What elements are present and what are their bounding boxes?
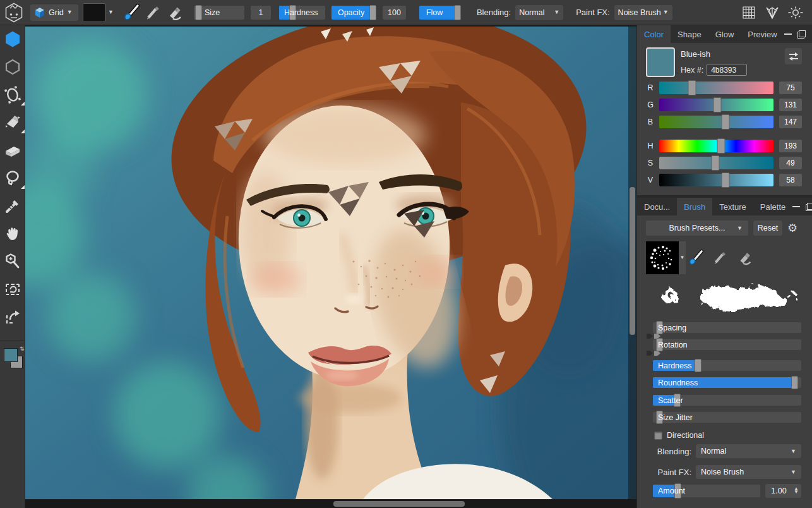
export-share-tool-button[interactable] (0, 303, 25, 331)
size-slider[interactable]: Size (194, 6, 244, 20)
app-logo-icon[interactable] (3, 2, 25, 23)
blue-slider[interactable] (659, 116, 773, 128)
spacing-slider[interactable]: Spacing (653, 322, 801, 333)
tab-palette[interactable]: Palette (753, 198, 792, 215)
eraser-prism-tool-button[interactable] (0, 136, 25, 164)
canvas-horizontal-scrollbar[interactable] (25, 500, 636, 508)
amount-spinner[interactable]: 1.00 ▲▼ (765, 484, 801, 498)
size-jitter-slider[interactable]: Size Jitter (653, 412, 801, 423)
rotation-slider[interactable]: Rotation (653, 339, 801, 350)
pencil-tool-button[interactable] (143, 3, 162, 22)
toolbar-color-swatch[interactable]: ▼ (83, 3, 114, 22)
opacity-slider-handle[interactable] (369, 5, 376, 20)
reset-button[interactable]: Reset (753, 221, 782, 236)
scatter-slider[interactable]: Scatter (653, 395, 801, 406)
green-value[interactable]: 131 (779, 99, 802, 111)
collapse-panel-icon[interactable] (792, 206, 800, 207)
hexagon-shape-tool-button[interactable] (0, 25, 25, 53)
brightness-button[interactable] (787, 4, 804, 21)
paint-fx-dropdown[interactable]: Noise Brush ▼ (614, 5, 672, 20)
saturation-value[interactable]: 49 (779, 157, 802, 169)
airbrush-tool-button[interactable] (165, 3, 184, 22)
red-slider-handle[interactable] (688, 80, 696, 95)
hue-slider-handle[interactable] (717, 138, 725, 154)
blending-dropdown[interactable]: Normal ▼ (515, 5, 563, 20)
collapse-panel-icon[interactable] (784, 33, 792, 35)
spinner-down-icon[interactable]: ▼ (794, 491, 799, 494)
tab-brush[interactable]: Brush (677, 198, 712, 215)
value-slider-handle[interactable] (721, 172, 729, 188)
color-swatches[interactable]: ⇅ (0, 340, 25, 369)
flow-slider[interactable]: Flow (419, 6, 461, 20)
painting-portrait[interactable] (25, 27, 636, 499)
canvas-vertical-scrollbar[interactable] (628, 27, 636, 500)
canvas-rotate-tool-button[interactable] (0, 275, 25, 303)
amount-slider[interactable]: Amount (653, 485, 760, 497)
brush-shape-dropdown[interactable]: Grid ▼ (30, 4, 78, 21)
tab-preview[interactable]: Preview (741, 25, 784, 43)
hue-slider[interactable] (659, 140, 773, 152)
green-slider-handle[interactable] (713, 97, 722, 112)
red-slider[interactable] (659, 82, 773, 94)
current-color-preview[interactable] (646, 47, 675, 77)
spacing-dynamics[interactable] (647, 333, 812, 339)
swap-colors-icon[interactable]: ⇅ (20, 346, 25, 352)
green-slider[interactable] (659, 99, 773, 111)
polygon-outline-tool-button[interactable] (0, 53, 25, 81)
paintbrush-mode-button[interactable] (686, 248, 705, 267)
lasso-tool-button[interactable] (0, 164, 25, 192)
tab-texture[interactable]: Texture (712, 198, 753, 215)
airbrush-mode-button[interactable] (735, 248, 754, 267)
float-panel-icon[interactable] (797, 30, 806, 39)
blue-value[interactable]: 147 (779, 116, 802, 128)
value-value[interactable]: 58 (779, 174, 802, 186)
tab-glow[interactable]: Glow (708, 25, 741, 43)
hue-value[interactable]: 193 (779, 140, 802, 152)
size-value[interactable]: 1 (251, 6, 271, 20)
red-value[interactable]: 75 (779, 82, 802, 94)
hardness-slider[interactable]: Hardness (279, 6, 325, 20)
float-panel-icon[interactable] (806, 203, 812, 211)
brush-hardness-slider[interactable]: Hardness (653, 360, 801, 371)
opacity-slider[interactable]: Opacity (331, 6, 376, 20)
roundness-slider-handle[interactable] (791, 376, 798, 389)
tab-shape[interactable]: Shape (671, 25, 708, 43)
rotation-dynamics[interactable] (647, 350, 812, 356)
brush-hardness-slider-handle[interactable] (695, 359, 702, 372)
gear-icon[interactable]: ⚙ (787, 222, 797, 234)
brush-tip-preview[interactable] (646, 241, 679, 274)
eyedropper-tool-button[interactable] (0, 192, 25, 220)
current-color-swatch[interactable] (83, 3, 105, 22)
blue-slider-handle[interactable] (721, 114, 729, 130)
brush-blending-dropdown[interactable]: Normal ▼ (696, 444, 801, 458)
hex-input[interactable] (707, 64, 747, 76)
foreground-color-swatch[interactable] (4, 348, 18, 362)
pencil-mode-button[interactable] (710, 248, 729, 267)
value-slider[interactable] (659, 174, 773, 186)
swap-colors-button[interactable] (785, 48, 802, 64)
mirror-kaleidoscope-button[interactable] (763, 4, 781, 21)
size-slider-handle[interactable] (195, 5, 202, 20)
vertical-scrollbar-thumb[interactable] (630, 187, 635, 335)
dynamics-handle-icon[interactable] (647, 334, 653, 339)
brush-paint-fx-dropdown[interactable]: Noise Brush ▼ (696, 465, 801, 479)
opacity-value[interactable]: 100 (383, 6, 406, 20)
saturation-slider[interactable] (659, 157, 773, 169)
grid-toggle-button[interactable] (740, 4, 758, 21)
directional-checkbox[interactable] (654, 432, 662, 440)
flow-slider-handle[interactable] (454, 5, 461, 20)
pan-hand-tool-button[interactable] (0, 220, 25, 248)
tab-color[interactable]: Color (637, 25, 671, 43)
brush-presets-dropdown[interactable]: Brush Presets... ▼ (646, 221, 748, 236)
dynamics-handle-icon[interactable] (654, 351, 660, 356)
dynamics-handle-icon[interactable] (647, 351, 653, 356)
tab-document[interactable]: Docu... (637, 198, 677, 215)
roundness-slider[interactable]: Roundness (653, 377, 801, 388)
fill-bucket-tool-button[interactable] (0, 109, 25, 136)
canvas[interactable] (25, 25, 636, 508)
zoom-tool-button[interactable] (0, 248, 25, 275)
transform-ellipse-tool-button[interactable] (0, 81, 25, 109)
horizontal-scrollbar-thumb[interactable] (333, 501, 465, 507)
saturation-slider-handle[interactable] (711, 155, 719, 171)
paintbrush-tool-button[interactable] (121, 3, 140, 22)
